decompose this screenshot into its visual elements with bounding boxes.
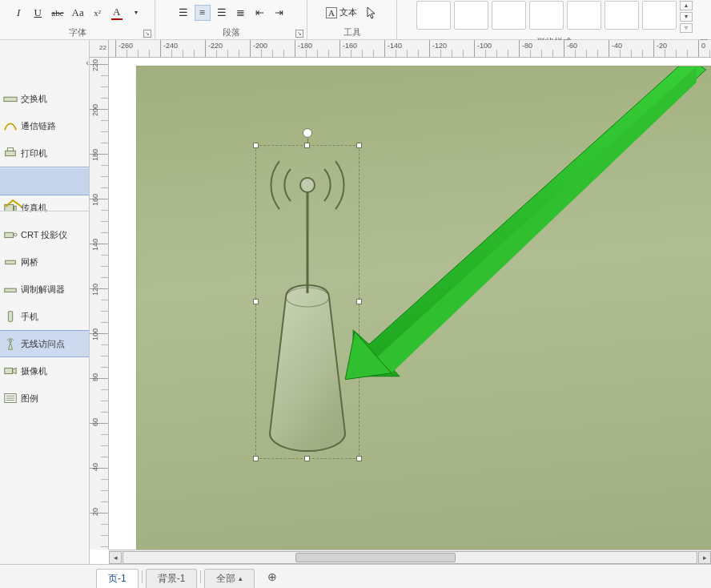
shape-style-option[interactable]	[567, 1, 601, 30]
resize-handle-e[interactable]	[356, 299, 362, 304]
cursor-icon	[365, 6, 378, 19]
svg-rect-2	[7, 148, 13, 151]
shape-style-option[interactable]	[605, 1, 639, 30]
align-justify-button[interactable]: ≣	[233, 5, 249, 21]
svg-rect-1	[6, 151, 16, 155]
shape-style-option[interactable]	[642, 1, 677, 30]
resize-handle-s[interactable]	[304, 456, 310, 461]
shape-item-bridge[interactable]: 网桥	[0, 248, 89, 276]
scroll-thumb[interactable]	[295, 553, 456, 562]
selection-box[interactable]	[255, 145, 360, 459]
shape-style-more[interactable]: ▴▾▿	[680, 1, 693, 34]
viewport[interactable]	[109, 58, 711, 550]
shape-item-camera[interactable]: 摄像机	[0, 357, 89, 385]
strikethrough-button[interactable]: abc	[49, 5, 66, 21]
paragraph-dialog-launcher[interactable]: ↘	[295, 30, 303, 38]
quick-shapes-header[interactable]	[0, 167, 89, 195]
shapes-panel-collapse[interactable]: ‹	[83, 58, 90, 69]
indent-increase-button[interactable]: ⇥	[271, 5, 287, 21]
shape-item-printer[interactable]: 打印机	[0, 139, 89, 167]
indent-decrease-button[interactable]: ⇤	[252, 5, 268, 21]
svg-marker-19	[353, 66, 706, 377]
shape-style-option[interactable]	[529, 1, 564, 30]
sheet-tab-bar: 页-1 背景-1 全部 ⊕	[0, 564, 711, 588]
align-center-button[interactable]: ≡	[195, 5, 211, 21]
shape-item-label: 通信链路	[21, 120, 56, 132]
shape-item-switch[interactable]: 交换机	[0, 85, 89, 112]
printer-icon	[3, 147, 18, 159]
svg-rect-0	[4, 97, 17, 101]
wireless-ap-icon	[3, 337, 18, 350]
svg-rect-11	[5, 368, 13, 373]
scroll-track[interactable]	[123, 551, 697, 564]
resize-handle-se[interactable]	[356, 456, 362, 461]
ribbon-group-paragraph-label: 段落	[223, 27, 240, 37]
shape-item-legend[interactable]: 图例	[0, 385, 89, 412]
ruler-vertical[interactable]: 220200180160140120100806040200	[90, 58, 109, 550]
shape-style-gallery[interactable]: ▴▾▿	[412, 0, 697, 34]
legend-icon	[3, 392, 18, 405]
sheet-tab-label: 背景-1	[158, 572, 186, 586]
shape-item-label: 图例	[21, 393, 38, 405]
ribbon-group-tools-label: 工具	[343, 27, 361, 37]
sheet-tab-all[interactable]: 全部	[204, 569, 255, 588]
resize-handle-n[interactable]	[304, 143, 310, 148]
shape-style-option[interactable]	[454, 1, 488, 30]
shape-list: 交换机 通信链路 打印机 扫描仪 传真机 CRT 投影仪	[0, 40, 89, 412]
svg-rect-6	[5, 232, 14, 237]
shape-item-commlink[interactable]: 通信链路	[0, 112, 89, 139]
svg-rect-8	[6, 260, 16, 264]
shape-item-projector[interactable]: CRT 投影仪	[0, 221, 89, 248]
ribbon-group-tools: A 文本 工具	[307, 0, 397, 39]
sheet-tab-add[interactable]: ⊕	[263, 567, 282, 586]
italic-button[interactable]: I	[10, 5, 26, 21]
svg-marker-20	[377, 66, 697, 373]
shape-item-label: 调制解调器	[21, 284, 65, 296]
drawing-page[interactable]	[136, 66, 711, 550]
ruler-corner: 22	[90, 40, 109, 58]
shape-item-label: 打印机	[21, 147, 47, 159]
change-case-button[interactable]: Aa	[70, 5, 86, 21]
rotation-handle[interactable]	[303, 128, 312, 138]
svg-point-7	[14, 233, 18, 236]
pointer-tool-button[interactable]	[363, 5, 380, 21]
font-color-button[interactable]: A	[109, 5, 125, 21]
shape-item-mobile[interactable]: 手机	[0, 303, 89, 330]
shape-item-label: 交换机	[21, 93, 47, 105]
switch-icon	[3, 92, 18, 105]
sheet-tab-label: 页-1	[108, 572, 127, 586]
sheet-separator	[200, 570, 201, 583]
scroll-left-button[interactable]: ◂	[109, 551, 122, 564]
horizontal-scrollbar[interactable]: ◂ ▸	[109, 550, 711, 564]
camera-icon	[3, 364, 18, 377]
ribbon-group-shape-styles: ▴▾▿ 形状样式 ↘	[397, 0, 711, 39]
sheet-tab-background1[interactable]: 背景-1	[146, 569, 198, 588]
align-left-button[interactable]: ☰	[175, 5, 191, 21]
superscript-button[interactable]: x²	[90, 5, 106, 21]
resize-handle-ne[interactable]	[356, 143, 362, 148]
bridge-icon	[3, 256, 18, 268]
resize-handle-sw[interactable]	[253, 456, 259, 461]
sheet-separator	[142, 570, 143, 583]
quick-shapes-row[interactable]	[0, 195, 89, 211]
align-right-button[interactable]: ☰	[214, 5, 230, 21]
ruler-horizontal[interactable]: -260-240-220-200-180-160-140-120-100-80-…	[109, 40, 711, 58]
textbox-button[interactable]: A 文本	[323, 5, 360, 21]
ribbon-group-font: I U abc Aa x² A ▾ 字体 ↘	[0, 0, 155, 39]
shape-item-modem[interactable]: 调制解调器	[0, 276, 89, 303]
shape-item-label: 摄像机	[21, 365, 47, 377]
shapes-panel: ‹ 交换机 通信链路 打印机 扫描仪	[0, 40, 90, 564]
projector-icon	[3, 228, 18, 241]
scroll-right-button[interactable]: ▸	[698, 551, 711, 564]
shape-style-option[interactable]	[492, 1, 526, 30]
shape-style-option[interactable]	[416, 1, 451, 30]
underline-button[interactable]: U	[30, 5, 46, 21]
connector-icon	[5, 199, 22, 208]
sheet-tab-page1[interactable]: 页-1	[96, 569, 139, 588]
font-dialog-launcher[interactable]: ↘	[143, 30, 151, 38]
resize-handle-nw[interactable]	[253, 143, 259, 148]
shape-item-wireless-ap[interactable]: 无线访问点	[0, 330, 89, 357]
font-color-dropdown[interactable]: ▾	[128, 5, 144, 21]
resize-handle-w[interactable]	[253, 299, 259, 304]
body-area: ‹ 交换机 通信链路 打印机 扫描仪	[0, 40, 711, 564]
